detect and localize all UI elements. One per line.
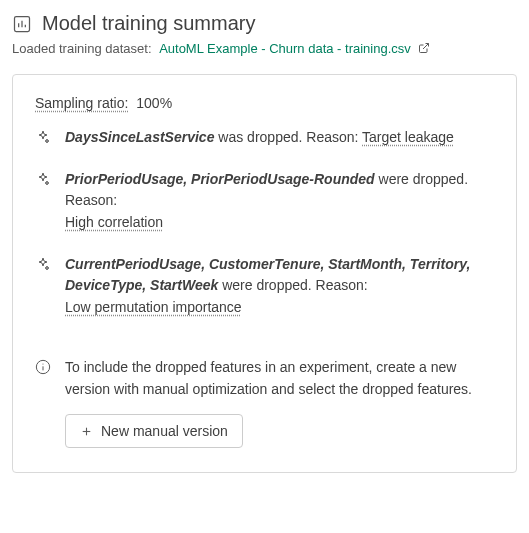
drop-reason-link[interactable]: Target leakage [362,129,454,145]
dropped-feature-text: CurrentPeriodUsage, CustomerTenure, Star… [65,254,494,319]
dropped-feature-row: DaysSinceLastService was dropped. Reason… [35,127,494,149]
page-header: Model training summary [12,12,517,35]
feature-names: DaysSinceLastService [65,129,214,145]
dataset-label: Loaded training dataset: [12,41,152,56]
dropped-feature-text: DaysSinceLastService was dropped. Reason… [65,127,494,149]
info-text: To include the dropped features in an ex… [65,357,494,400]
dropped-feature-text: PriorPeriodUsage, PriorPeriodUsage-Round… [65,169,494,234]
sampling-ratio-label: Sampling ratio: [35,95,128,111]
info-icon [35,359,51,375]
sampling-ratio-value: 100% [136,95,172,111]
new-manual-version-button[interactable]: New manual version [65,414,243,448]
bar-chart-icon [12,14,32,34]
info-body: To include the dropped features in an ex… [65,357,494,448]
sampling-ratio-line: Sampling ratio: 100% [35,95,494,111]
drop-verb: was dropped. Reason: [214,129,362,145]
sparkle-icon [35,129,51,145]
drop-reason-link[interactable]: Low permutation importance [65,299,242,315]
dropped-features-list: DaysSinceLastService was dropped. Reason… [35,127,494,319]
drop-reason-link[interactable]: High correlation [65,214,163,230]
dropped-feature-row: CurrentPeriodUsage, CustomerTenure, Star… [35,254,494,319]
svg-line-4 [423,44,429,50]
sparkle-icon [35,256,51,272]
dataset-link-text: AutoML Example - Churn data - training.c… [159,41,411,56]
svg-point-7 [42,363,43,364]
info-section: To include the dropped features in an ex… [35,357,494,448]
external-link-icon [418,42,430,54]
drop-verb: were dropped. Reason: [218,277,367,293]
dataset-link[interactable]: AutoML Example - Churn data - training.c… [159,41,430,56]
plus-icon [80,425,93,438]
page-title: Model training summary [42,12,255,35]
dataset-line: Loaded training dataset: AutoML Example … [12,41,517,56]
summary-card: Sampling ratio: 100% DaysSinceLastServic… [12,74,517,473]
button-label: New manual version [101,423,228,439]
sparkle-icon [35,171,51,187]
feature-names: PriorPeriodUsage, PriorPeriodUsage-Round… [65,171,375,187]
dropped-feature-row: PriorPeriodUsage, PriorPeriodUsage-Round… [35,169,494,234]
